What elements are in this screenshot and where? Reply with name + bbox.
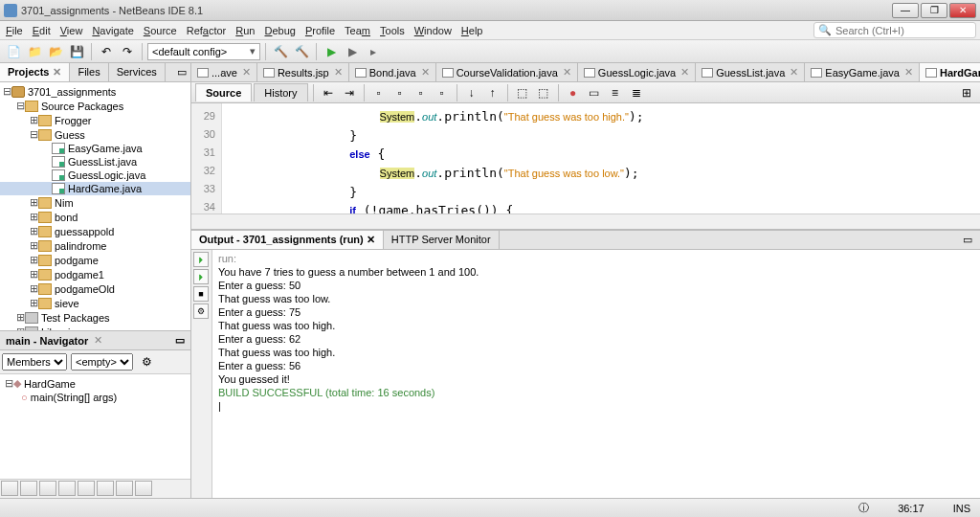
editor-tab[interactable]: ...ave✕: [191, 63, 257, 81]
tree-node[interactable]: EasyGame.java: [0, 142, 190, 155]
close-icon[interactable]: ✕: [421, 66, 430, 79]
maximize-button[interactable]: ❐: [921, 3, 947, 18]
close-button[interactable]: ✕: [949, 3, 976, 18]
minimize-panel-icon[interactable]: ▭: [173, 63, 190, 81]
rerun-button[interactable]: ⏵: [193, 252, 209, 267]
nav-filter-button[interactable]: [1, 481, 18, 496]
redo-button[interactable]: ↷: [118, 42, 137, 61]
tree-node[interactable]: ⊟Guess: [0, 127, 190, 142]
minimize-button[interactable]: —: [892, 3, 919, 18]
tree-node[interactable]: HardGame.java: [0, 182, 190, 195]
menu-run[interactable]: Run: [234, 23, 256, 38]
projects-tree[interactable]: ⊟3701_assignments⊟Source Packages⊞Frogge…: [0, 82, 190, 330]
menu-debug[interactable]: Debug: [262, 23, 297, 38]
tree-node[interactable]: ⊟Source Packages: [0, 99, 190, 113]
source-tab[interactable]: Source: [195, 83, 252, 101]
tree-node[interactable]: GuessList.java: [0, 155, 190, 169]
editor-tool-button[interactable]: ▫: [412, 83, 431, 102]
http-monitor-tab[interactable]: HTTP Server Monitor: [384, 231, 500, 249]
close-icon[interactable]: ✕: [94, 334, 102, 347]
output-tab[interactable]: Output - 3701_assignments (run) ✕: [191, 231, 384, 249]
config-select[interactable]: <default config>: [147, 43, 260, 60]
navigator-options-icon[interactable]: ⚙: [137, 352, 156, 371]
menu-file[interactable]: File: [4, 23, 25, 38]
menu-profile[interactable]: Profile: [303, 23, 337, 38]
tree-node[interactable]: ⊞sieve: [0, 296, 190, 310]
nav-filter-button[interactable]: [39, 481, 56, 496]
close-icon[interactable]: ✕: [563, 66, 571, 79]
tree-node[interactable]: ⊟3701_assignments: [0, 84, 190, 99]
navigator-members-select[interactable]: Members: [2, 353, 67, 371]
editor-tool-button[interactable]: ⇥: [340, 83, 359, 102]
menu-team[interactable]: Team: [343, 23, 372, 38]
nav-filter-button[interactable]: [97, 481, 114, 496]
profile-button[interactable]: ▸: [364, 42, 383, 61]
editor-tab[interactable]: GuessList.java✕: [696, 63, 805, 81]
editor-tool-button[interactable]: ▭: [585, 83, 604, 102]
save-all-button[interactable]: 💾: [67, 42, 86, 61]
close-icon[interactable]: ✕: [367, 234, 375, 245]
close-icon[interactable]: ✕: [790, 66, 798, 79]
new-file-button[interactable]: 📄: [4, 42, 23, 61]
editor-tab[interactable]: EasyGame.java✕: [805, 63, 920, 81]
menu-refactor[interactable]: Refactor: [185, 23, 229, 38]
output-settings-button[interactable]: ⚙: [193, 303, 209, 319]
tab-projects[interactable]: Projects✕: [0, 63, 70, 81]
run-button[interactable]: ▶: [322, 42, 341, 61]
horizontal-scrollbar[interactable]: [191, 214, 980, 229]
search-input[interactable]: [835, 25, 971, 36]
close-icon[interactable]: ✕: [680, 66, 689, 79]
history-tab[interactable]: History: [254, 83, 307, 101]
quick-search[interactable]: 🔍: [813, 22, 976, 38]
nav-filter-button[interactable]: [116, 481, 133, 496]
editor-tool-button[interactable]: ↓: [462, 83, 481, 102]
tree-node[interactable]: ⊞guessappold: [0, 224, 190, 238]
tree-node[interactable]: ⊞palindrome: [0, 238, 190, 253]
menu-help[interactable]: Help: [459, 23, 485, 38]
editor-tool-button[interactable]: ●: [564, 83, 583, 102]
editor-tab[interactable]: GuessLogic.java✕: [578, 63, 696, 81]
tree-node[interactable]: ⊞Frogger: [0, 113, 190, 127]
menu-tools[interactable]: Tools: [378, 23, 407, 38]
tree-node[interactable]: ⊞Nim: [0, 195, 190, 210]
close-icon[interactable]: ✕: [904, 66, 913, 79]
navigator-class[interactable]: HardGame: [24, 378, 76, 390]
tree-node[interactable]: ⊞Libraries: [0, 325, 190, 330]
nav-filter-button[interactable]: [78, 481, 95, 496]
editor-expand-icon[interactable]: ⊞: [957, 83, 976, 102]
tree-node[interactable]: GuessLogic.java: [0, 169, 190, 182]
new-project-button[interactable]: 📁: [25, 42, 44, 61]
menu-window[interactable]: Window: [412, 23, 454, 38]
editor-tool-button[interactable]: ▫: [369, 83, 389, 102]
editor-tool-button[interactable]: ⬚: [534, 83, 553, 102]
editor-tool-button[interactable]: ≣: [627, 83, 646, 102]
editor-tab[interactable]: HardGame.java✕: [920, 63, 980, 81]
clean-build-button[interactable]: 🔨: [292, 42, 311, 61]
navigator-filter-select[interactable]: <empty>: [71, 353, 133, 371]
close-icon[interactable]: ✕: [334, 66, 343, 79]
navigator-body[interactable]: ⊟◆ HardGame ○ main(String[] args): [0, 374, 190, 479]
nav-filter-button[interactable]: [135, 481, 152, 496]
open-button[interactable]: 📂: [46, 42, 65, 61]
tab-files[interactable]: Files: [70, 63, 108, 81]
editor-tool-button[interactable]: ↑: [483, 83, 502, 102]
debug-button[interactable]: ▶: [343, 42, 362, 61]
tree-node[interactable]: ⊞bond: [0, 210, 190, 224]
nav-filter-button[interactable]: [58, 481, 76, 496]
menu-source[interactable]: Source: [142, 23, 179, 38]
menu-edit[interactable]: Edit: [31, 23, 53, 38]
undo-button[interactable]: ↶: [97, 42, 116, 61]
minimize-panel-icon[interactable]: ▭: [175, 334, 185, 347]
editor-tool-button[interactable]: ▫: [390, 83, 410, 102]
code-content[interactable]: System.out.println("That guess was too h…: [222, 103, 980, 214]
nav-filter-button[interactable]: [20, 481, 37, 496]
editor-tool-button[interactable]: ≡: [606, 83, 625, 102]
editor-tab[interactable]: Bond.java✕: [349, 63, 436, 81]
stop-button[interactable]: ■: [193, 286, 209, 302]
output-text[interactable]: run:You have 7 tries to guess a number b…: [212, 250, 980, 498]
notifications-icon[interactable]: ⓘ: [858, 501, 869, 515]
editor-tab[interactable]: Results.jsp✕: [257, 63, 349, 81]
minimize-panel-icon[interactable]: ▭: [955, 231, 980, 249]
editor-tool-button[interactable]: ⇤: [319, 83, 338, 102]
menu-view[interactable]: View: [58, 23, 85, 38]
